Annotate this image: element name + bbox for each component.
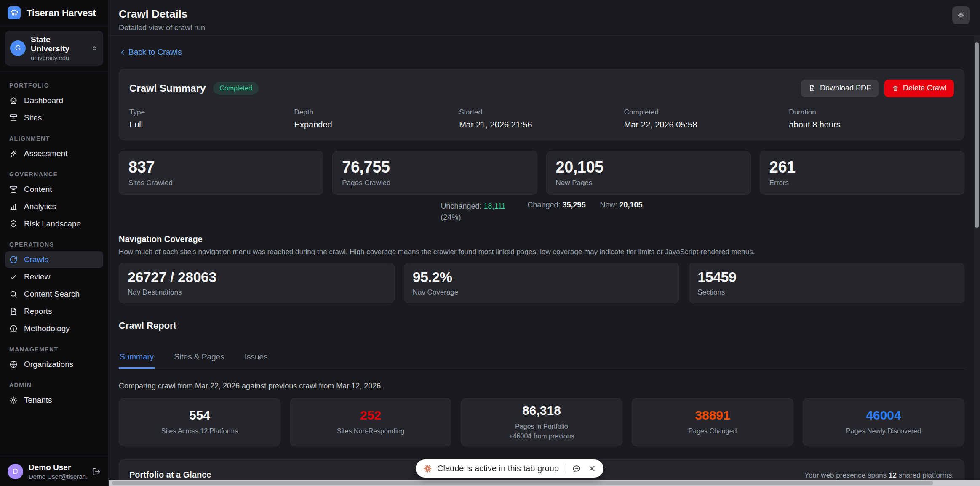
chevron-left-icon	[119, 48, 127, 56]
sidebar-item-organizations[interactable]: Organizations	[0, 356, 108, 373]
sidebar-item-label: Assessment	[24, 149, 67, 158]
nav-coverage-card: 95.2%Nav Coverage	[404, 263, 680, 303]
sidebar-section-label: ALIGNMENT	[0, 127, 108, 145]
comparison-cards: 554Sites Across 12 Platforms252Sites Non…	[119, 398, 964, 446]
archive-icon	[9, 185, 18, 194]
vertical-scrollbar[interactable]	[974, 36, 980, 480]
download-pdf-label: Download PDF	[820, 84, 871, 93]
org-domain: university.edu	[31, 54, 85, 61]
toast-close-icon[interactable]	[587, 464, 597, 473]
vertical-scrollbar-thumb[interactable]	[975, 42, 979, 228]
nav-coverage-title: Navigation Coverage	[119, 234, 964, 244]
unchanged-stat: Unchanged: 18,111 (24%)	[441, 201, 513, 223]
sidebar-item-tenants[interactable]: Tenants	[0, 392, 108, 409]
org-selector[interactable]: G State University university.edu	[5, 31, 103, 66]
sidebar-item-label: Content Search	[24, 289, 80, 299]
claude-toast: Claude is active in this tab group	[416, 459, 603, 478]
portfolio-title: Portfolio at a Glance	[129, 470, 211, 480]
sidebar-item-reports[interactable]: Reports	[0, 303, 108, 320]
comparison-card-value: 554	[189, 408, 210, 422]
comparison-card-value: 46004	[866, 408, 901, 422]
comparison-card-value: 38891	[695, 408, 730, 422]
portfolio-note: Your web presence spans 12 shared platfo…	[804, 471, 954, 480]
sidebar-item-label: Review	[24, 272, 50, 282]
nav-card-value: 26727 / 28063	[128, 269, 386, 285]
trash-icon	[892, 85, 899, 92]
sidebar-item-review[interactable]: Review	[0, 268, 108, 285]
nav-coverage-description: How much of each site's navigation menu …	[119, 248, 964, 256]
sidebar-item-label: Risk Landscape	[24, 219, 81, 228]
user-email: Demo User@tiseran.c...	[29, 473, 87, 480]
sidebar-item-label: Reports	[24, 307, 52, 316]
bar-chart-icon	[9, 202, 18, 211]
comparison-card-label: Pages Changed	[689, 427, 737, 436]
sidebar-item-sites[interactable]: Sites	[0, 109, 108, 126]
sidebar-item-content-search[interactable]: Content Search	[0, 286, 108, 303]
summary-field-label: Completed	[624, 108, 789, 117]
stat-label: Sites Crawled	[128, 179, 314, 187]
comparison-card: 252Sites Non-Responding	[290, 398, 451, 446]
comparison-card-label: Sites Across 12 Platforms	[161, 427, 238, 436]
horizontal-scrollbar[interactable]	[109, 480, 980, 486]
summary-field-value: Mar 22, 2026 05:58	[624, 120, 789, 130]
sidebar-section-label: ADMIN	[0, 373, 108, 392]
sidebar-item-risk-landscape[interactable]: Risk Landscape	[0, 215, 108, 232]
theme-toggle-button[interactable]	[952, 6, 970, 24]
sun-icon	[957, 11, 965, 19]
sidebar-item-label: Sites	[24, 113, 42, 122]
summary-actions: Download PDF Delete Crawl	[801, 80, 954, 97]
nav-coverage-card: 26727 / 28063Nav Destinations	[119, 263, 395, 303]
stat-card: 20,105New Pages	[546, 151, 751, 195]
sidebar-item-dashboard[interactable]: Dashboard	[0, 92, 108, 109]
summary-field-value: Mar 21, 2026 21:56	[459, 120, 624, 130]
download-pdf-button[interactable]: Download PDF	[801, 80, 879, 97]
page-subtitle: Detailed view of crawl run	[119, 24, 970, 32]
feedback-bubble-icon[interactable]	[571, 463, 582, 474]
summary-field-label: Started	[459, 108, 624, 117]
summary-field: Durationabout 8 hours	[789, 108, 954, 130]
back-to-crawls-link[interactable]: Back to Crawls	[119, 48, 182, 57]
sidebar-item-methodology[interactable]: Methodology	[0, 320, 108, 337]
user-text: Demo User Demo User@tiseran.c...	[29, 463, 87, 480]
globe-icon	[9, 360, 18, 369]
nav-card-label: Nav Destinations	[128, 288, 386, 297]
report-tabs: SummarySites & PagesIssues	[119, 349, 964, 369]
claude-starburst-icon	[423, 464, 432, 473]
compare-note: Comparing crawl from Mar 22, 2026 agains…	[119, 382, 964, 390]
delete-crawl-button[interactable]: Delete Crawl	[884, 80, 954, 97]
horizontal-scrollbar-thumb[interactable]	[112, 481, 933, 485]
sidebar-item-assessment[interactable]: Assessment	[0, 145, 108, 162]
summary-title: Crawl Summary	[129, 82, 206, 94]
org-name: State University	[31, 35, 85, 53]
stat-value: 261	[769, 158, 955, 176]
sidebar-item-crawls[interactable]: Crawls	[5, 251, 103, 268]
sidebar-section-label: GOVERNANCE	[0, 162, 108, 181]
tab-issues[interactable]: Issues	[244, 349, 269, 369]
summary-field-value: Expanded	[294, 120, 459, 130]
chevrons-up-down-icon	[91, 45, 98, 52]
nav-coverage-cards: 26727 / 28063Nav Destinations95.2%Nav Co…	[119, 263, 964, 303]
stat-value: 837	[128, 158, 314, 176]
navigation-coverage-section: Navigation Coverage How much of each sit…	[119, 234, 964, 303]
comparison-card-sublabel: +46004 from previous	[509, 432, 574, 441]
comparison-card: 554Sites Across 12 Platforms	[119, 398, 280, 446]
sidebar-item-analytics[interactable]: Analytics	[0, 198, 108, 215]
sidebar-item-label: Tenants	[24, 396, 52, 405]
stat-label: Errors	[769, 179, 955, 187]
summary-field-value: Full	[129, 120, 294, 130]
user-avatar: D	[8, 464, 23, 479]
app-logo-icon	[8, 6, 21, 19]
stat-card: 76,755Pages Crawled	[332, 151, 537, 195]
file-icon	[9, 307, 18, 316]
comparison-card: 46004Pages Newly Discovered	[803, 398, 964, 446]
comparison-card-value: 252	[360, 408, 381, 422]
logout-icon[interactable]	[92, 467, 101, 476]
tab-sites-pages[interactable]: Sites & Pages	[173, 349, 225, 369]
toast-divider	[566, 464, 566, 474]
user-footer: D Demo User Demo User@tiseran.c...	[0, 457, 108, 486]
tab-summary[interactable]: Summary	[119, 349, 155, 369]
main: Crawl Details Detailed view of crawl run	[109, 0, 980, 486]
sidebar: Tiseran Harvest G State University unive…	[0, 0, 109, 486]
sidebar-item-content[interactable]: Content	[0, 181, 108, 198]
sidebar-item-label: Dashboard	[24, 96, 63, 105]
